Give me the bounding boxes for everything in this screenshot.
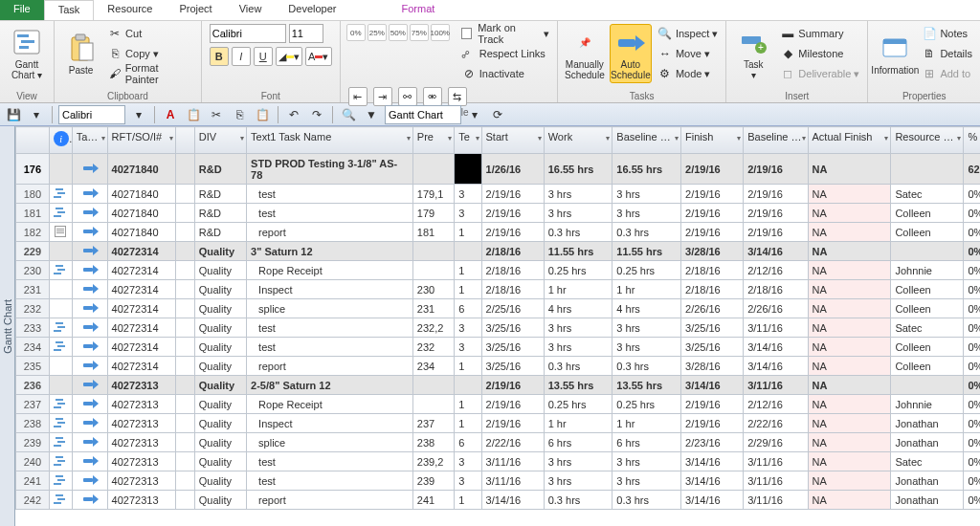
cell[interactable]: Quality (194, 338, 246, 357)
cell[interactable]: 4 hrs (544, 299, 612, 318)
cell[interactable]: Johnnie (891, 261, 964, 280)
cell[interactable]: 241 (16, 471, 50, 491)
cell[interactable] (72, 357, 107, 376)
qa-cut[interactable]: ✂ (207, 105, 226, 124)
tab-file[interactable]: File (0, 0, 44, 20)
cell[interactable] (49, 414, 72, 433)
copy-button[interactable]: ⎘Copy ▾ (105, 44, 195, 63)
column-header[interactable]: i (49, 127, 72, 154)
column-header[interactable]: Work▾ (544, 127, 612, 154)
cell[interactable]: 3 hrs (544, 471, 612, 491)
cell[interactable] (49, 154, 72, 185)
tab-format[interactable]: Format (388, 0, 448, 20)
cell[interactable]: 2/19/16 (481, 204, 544, 223)
cell[interactable]: 238 (16, 414, 50, 433)
manually-schedule-button[interactable]: 📌 ManuallySchedule (564, 24, 606, 83)
cell[interactable]: Quality (194, 318, 246, 338)
column-header[interactable]: Baseline Work▾ (612, 127, 681, 154)
cell[interactable]: 1 hr (544, 280, 612, 299)
cell[interactable]: NA (808, 185, 891, 204)
format-painter-button[interactable]: 🖌Format Painter (105, 64, 195, 83)
table-row[interactable]: 24140272313Qualitytest23933/11/163 hrs3 … (16, 471, 981, 491)
cell[interactable]: NA (808, 376, 891, 395)
cell[interactable] (49, 395, 72, 414)
cell[interactable]: Quality (194, 299, 246, 318)
cell[interactable] (176, 452, 195, 471)
cell[interactable]: NA (808, 395, 891, 414)
pct-25-button[interactable]: 25% (368, 24, 387, 41)
table-row[interactable]: 23940272313Qualitysplice23862/22/166 hrs… (16, 433, 981, 452)
details-button[interactable]: 🗎Details (920, 44, 974, 63)
cell[interactable]: 234 (16, 338, 50, 357)
cell[interactable]: 237 (412, 414, 454, 433)
font-size-select[interactable] (289, 24, 323, 43)
qa-paste2[interactable]: 📋 (253, 105, 272, 124)
cell[interactable] (412, 395, 454, 414)
cell[interactable]: 235 (16, 357, 50, 376)
cell[interactable]: 3/14/16 (681, 471, 744, 491)
cell[interactable]: Inspect (247, 280, 413, 299)
cell[interactable]: 2/26/16 (681, 299, 744, 318)
cell[interactable]: 40272313 (107, 376, 176, 395)
cell[interactable]: 240 (16, 452, 50, 471)
cell[interactable]: 3/11/16 (481, 452, 544, 471)
cell[interactable]: Inspect (247, 414, 413, 433)
cell[interactable]: 179 (412, 204, 454, 223)
cell[interactable]: test (247, 318, 413, 338)
cell[interactable]: STD PROD Testing 3-1/8" AS-78 (247, 154, 413, 185)
cell[interactable]: 2/22/16 (481, 433, 544, 452)
cell[interactable]: 2/22/16 (744, 414, 808, 433)
cell[interactable]: 1 (455, 357, 481, 376)
cell[interactable]: 0% (964, 280, 980, 299)
cell[interactable]: Colleen (891, 280, 964, 299)
cell[interactable]: Jonathan (891, 471, 964, 491)
cell[interactable]: NA (808, 471, 891, 491)
column-header[interactable] (176, 127, 195, 154)
cell[interactable] (72, 318, 107, 338)
cell[interactable]: 3 (455, 185, 481, 204)
cell[interactable] (72, 242, 107, 261)
cell[interactable]: Quality (194, 414, 246, 433)
cell[interactable]: Quality (194, 433, 246, 452)
cell[interactable]: splice (247, 433, 413, 452)
cell[interactable]: Quality (194, 261, 246, 280)
cell[interactable]: 2/18/16 (481, 261, 544, 280)
cell[interactable]: 3 hrs (612, 318, 681, 338)
cell[interactable]: 6 hrs (612, 433, 681, 452)
cell[interactable]: 40271840 (107, 154, 176, 185)
tab-project[interactable]: Project (166, 0, 225, 20)
cell[interactable]: Quality (194, 452, 246, 471)
underline-button[interactable]: U (254, 47, 273, 66)
cell[interactable]: 3/14/16 (681, 452, 744, 471)
cell[interactable]: Colleen (891, 299, 964, 318)
cell[interactable]: 3 hrs (612, 338, 681, 357)
cell[interactable]: 2/19/16 (681, 395, 744, 414)
cell[interactable] (72, 414, 107, 433)
font-name-select[interactable] (210, 24, 286, 43)
table-row[interactable]: 18140271840R&Dtest17932/19/163 hrs3 hrs2… (16, 204, 981, 223)
cell[interactable]: 0.3 hrs (612, 491, 681, 510)
cell[interactable]: Rope Receipt (247, 261, 413, 280)
cell[interactable]: 0.25 hrs (612, 395, 681, 414)
cell[interactable]: 40271840 (107, 204, 176, 223)
paste-button[interactable]: Paste (60, 24, 101, 83)
table-row[interactable]: 24240272313Qualityreport24113/14/160.3 h… (16, 491, 981, 510)
mark-on-track-button[interactable]: Mark on Track ▾ (459, 24, 551, 43)
fill-color-button[interactable]: ◢▾ (276, 47, 302, 66)
cell[interactable]: 2/19/16 (744, 223, 808, 242)
cell[interactable] (49, 261, 72, 280)
cell[interactable]: 3 (455, 471, 481, 491)
cell[interactable]: 3 hrs (544, 338, 612, 357)
cell[interactable]: Jonathan (891, 414, 964, 433)
cut-button[interactable]: ✂Cut (105, 24, 195, 43)
cell[interactable]: 2/25/16 (481, 299, 544, 318)
cell[interactable]: 2/19/16 (681, 223, 744, 242)
cell[interactable]: Satec (891, 185, 964, 204)
cell[interactable]: test (247, 338, 413, 357)
italic-button[interactable]: I (232, 47, 251, 66)
cell[interactable]: 2/19/16 (681, 185, 744, 204)
cell[interactable]: 40271840 (107, 223, 176, 242)
cell[interactable]: 3/28/16 (681, 242, 744, 261)
cell[interactable]: 62% (964, 154, 980, 185)
column-header[interactable]: DIV▾ (194, 127, 246, 154)
